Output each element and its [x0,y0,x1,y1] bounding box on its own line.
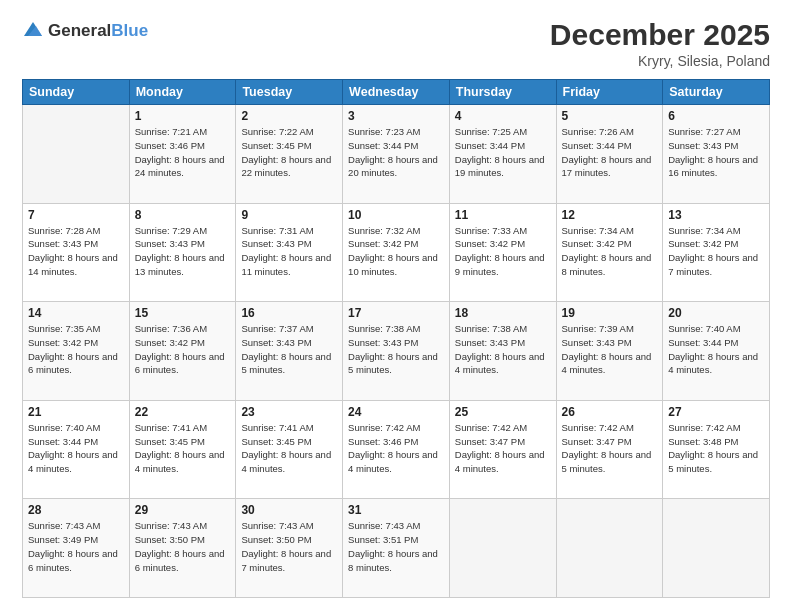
day-info: Sunrise: 7:39 AMSunset: 3:43 PMDaylight:… [562,322,658,377]
day-number: 1 [135,109,231,123]
calendar-day-cell [23,105,130,204]
header-tuesday: Tuesday [236,80,343,105]
day-number: 26 [562,405,658,419]
day-number: 27 [668,405,764,419]
calendar-day-cell: 8Sunrise: 7:29 AMSunset: 3:43 PMDaylight… [129,203,236,302]
day-info: Sunrise: 7:36 AMSunset: 3:42 PMDaylight:… [135,322,231,377]
day-info: Sunrise: 7:42 AMSunset: 3:47 PMDaylight:… [455,421,551,476]
calendar-week-row: 14Sunrise: 7:35 AMSunset: 3:42 PMDayligh… [23,302,770,401]
day-number: 23 [241,405,337,419]
calendar-day-cell [663,499,770,598]
logo-blue: Blue [111,21,148,40]
day-info: Sunrise: 7:26 AMSunset: 3:44 PMDaylight:… [562,125,658,180]
calendar-day-cell: 6Sunrise: 7:27 AMSunset: 3:43 PMDaylight… [663,105,770,204]
calendar-day-cell: 5Sunrise: 7:26 AMSunset: 3:44 PMDaylight… [556,105,663,204]
day-number: 31 [348,503,444,517]
day-info: Sunrise: 7:41 AMSunset: 3:45 PMDaylight:… [135,421,231,476]
weekday-header-row: Sunday Monday Tuesday Wednesday Thursday… [23,80,770,105]
calendar-day-cell: 18Sunrise: 7:38 AMSunset: 3:43 PMDayligh… [449,302,556,401]
day-number: 22 [135,405,231,419]
calendar-week-row: 28Sunrise: 7:43 AMSunset: 3:49 PMDayligh… [23,499,770,598]
calendar-day-cell: 19Sunrise: 7:39 AMSunset: 3:43 PMDayligh… [556,302,663,401]
day-info: Sunrise: 7:21 AMSunset: 3:46 PMDaylight:… [135,125,231,180]
header-saturday: Saturday [663,80,770,105]
calendar-day-cell: 27Sunrise: 7:42 AMSunset: 3:48 PMDayligh… [663,400,770,499]
calendar-day-cell: 20Sunrise: 7:40 AMSunset: 3:44 PMDayligh… [663,302,770,401]
day-info: Sunrise: 7:38 AMSunset: 3:43 PMDaylight:… [348,322,444,377]
day-number: 7 [28,208,124,222]
day-info: Sunrise: 7:43 AMSunset: 3:50 PMDaylight:… [241,519,337,574]
calendar-day-cell: 12Sunrise: 7:34 AMSunset: 3:42 PMDayligh… [556,203,663,302]
day-info: Sunrise: 7:38 AMSunset: 3:43 PMDaylight:… [455,322,551,377]
calendar-day-cell: 7Sunrise: 7:28 AMSunset: 3:43 PMDaylight… [23,203,130,302]
calendar-day-cell: 22Sunrise: 7:41 AMSunset: 3:45 PMDayligh… [129,400,236,499]
day-info: Sunrise: 7:40 AMSunset: 3:44 PMDaylight:… [28,421,124,476]
day-number: 9 [241,208,337,222]
calendar-day-cell [556,499,663,598]
day-number: 17 [348,306,444,320]
day-info: Sunrise: 7:43 AMSunset: 3:49 PMDaylight:… [28,519,124,574]
day-number: 21 [28,405,124,419]
day-number: 5 [562,109,658,123]
calendar-week-row: 7Sunrise: 7:28 AMSunset: 3:43 PMDaylight… [23,203,770,302]
day-number: 19 [562,306,658,320]
calendar-day-cell: 4Sunrise: 7:25 AMSunset: 3:44 PMDaylight… [449,105,556,204]
calendar-week-row: 21Sunrise: 7:40 AMSunset: 3:44 PMDayligh… [23,400,770,499]
day-number: 13 [668,208,764,222]
calendar-day-cell: 29Sunrise: 7:43 AMSunset: 3:50 PMDayligh… [129,499,236,598]
title-block: December 2025 Kryry, Silesia, Poland [550,18,770,69]
day-info: Sunrise: 7:29 AMSunset: 3:43 PMDaylight:… [135,224,231,279]
day-info: Sunrise: 7:31 AMSunset: 3:43 PMDaylight:… [241,224,337,279]
calendar-day-cell: 25Sunrise: 7:42 AMSunset: 3:47 PMDayligh… [449,400,556,499]
calendar-day-cell: 14Sunrise: 7:35 AMSunset: 3:42 PMDayligh… [23,302,130,401]
day-number: 11 [455,208,551,222]
calendar-day-cell: 16Sunrise: 7:37 AMSunset: 3:43 PMDayligh… [236,302,343,401]
logo-text: GeneralBlue [48,22,148,41]
day-number: 14 [28,306,124,320]
day-number: 16 [241,306,337,320]
day-info: Sunrise: 7:33 AMSunset: 3:42 PMDaylight:… [455,224,551,279]
calendar-day-cell: 13Sunrise: 7:34 AMSunset: 3:42 PMDayligh… [663,203,770,302]
header-thursday: Thursday [449,80,556,105]
day-number: 15 [135,306,231,320]
day-info: Sunrise: 7:25 AMSunset: 3:44 PMDaylight:… [455,125,551,180]
calendar-day-cell [449,499,556,598]
day-info: Sunrise: 7:27 AMSunset: 3:43 PMDaylight:… [668,125,764,180]
day-number: 24 [348,405,444,419]
calendar-day-cell: 17Sunrise: 7:38 AMSunset: 3:43 PMDayligh… [343,302,450,401]
calendar-day-cell: 1Sunrise: 7:21 AMSunset: 3:46 PMDaylight… [129,105,236,204]
logo-icon [22,18,44,44]
day-info: Sunrise: 7:43 AMSunset: 3:51 PMDaylight:… [348,519,444,574]
day-info: Sunrise: 7:23 AMSunset: 3:44 PMDaylight:… [348,125,444,180]
calendar-day-cell: 3Sunrise: 7:23 AMSunset: 3:44 PMDaylight… [343,105,450,204]
calendar-day-cell: 10Sunrise: 7:32 AMSunset: 3:42 PMDayligh… [343,203,450,302]
day-info: Sunrise: 7:40 AMSunset: 3:44 PMDaylight:… [668,322,764,377]
calendar-day-cell: 9Sunrise: 7:31 AMSunset: 3:43 PMDaylight… [236,203,343,302]
logo: GeneralBlue [22,18,148,44]
day-info: Sunrise: 7:22 AMSunset: 3:45 PMDaylight:… [241,125,337,180]
calendar-day-cell: 15Sunrise: 7:36 AMSunset: 3:42 PMDayligh… [129,302,236,401]
day-number: 30 [241,503,337,517]
day-number: 2 [241,109,337,123]
calendar-week-row: 1Sunrise: 7:21 AMSunset: 3:46 PMDaylight… [23,105,770,204]
day-number: 29 [135,503,231,517]
header-monday: Monday [129,80,236,105]
day-number: 3 [348,109,444,123]
day-info: Sunrise: 7:42 AMSunset: 3:48 PMDaylight:… [668,421,764,476]
day-info: Sunrise: 7:37 AMSunset: 3:43 PMDaylight:… [241,322,337,377]
calendar-day-cell: 26Sunrise: 7:42 AMSunset: 3:47 PMDayligh… [556,400,663,499]
day-info: Sunrise: 7:35 AMSunset: 3:42 PMDaylight:… [28,322,124,377]
day-number: 20 [668,306,764,320]
day-info: Sunrise: 7:43 AMSunset: 3:50 PMDaylight:… [135,519,231,574]
calendar-day-cell: 2Sunrise: 7:22 AMSunset: 3:45 PMDaylight… [236,105,343,204]
day-info: Sunrise: 7:28 AMSunset: 3:43 PMDaylight:… [28,224,124,279]
day-info: Sunrise: 7:34 AMSunset: 3:42 PMDaylight:… [562,224,658,279]
day-number: 8 [135,208,231,222]
page: GeneralBlue December 2025 Kryry, Silesia… [0,0,792,612]
location: Kryry, Silesia, Poland [550,53,770,69]
day-info: Sunrise: 7:41 AMSunset: 3:45 PMDaylight:… [241,421,337,476]
day-number: 18 [455,306,551,320]
calendar-day-cell: 24Sunrise: 7:42 AMSunset: 3:46 PMDayligh… [343,400,450,499]
logo-general: General [48,21,111,40]
day-number: 4 [455,109,551,123]
